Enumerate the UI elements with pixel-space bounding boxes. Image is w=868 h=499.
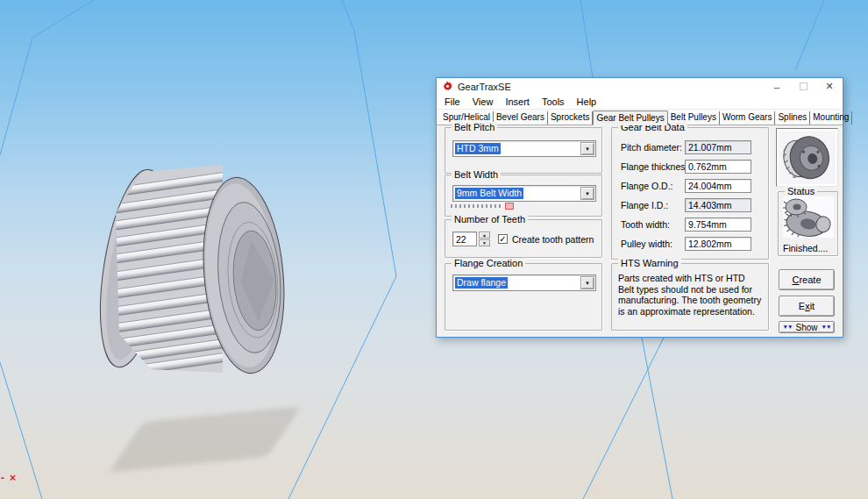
window-title: GearTraxSE bbox=[458, 82, 511, 92]
maximize-icon bbox=[800, 82, 808, 90]
maximize-button[interactable] bbox=[790, 78, 816, 95]
menubar: File View Insert Tools Help bbox=[437, 95, 843, 110]
pulley-width-row: Pulley width: 12.802mm bbox=[612, 237, 768, 252]
titlebar[interactable]: GearTraxSE – ✕ bbox=[437, 78, 843, 95]
belt-width-overflow-artifact bbox=[451, 204, 503, 208]
geartrax-logo-icon bbox=[442, 81, 453, 92]
tooth-width-row: Tooth width: 9.754mm bbox=[612, 217, 768, 232]
pulley-3d-model[interactable] bbox=[89, 160, 300, 380]
geartrax-window: GearTraxSE – ✕ File View Insert Tools He… bbox=[436, 77, 843, 338]
hts-warning-group: HTS Warning Parts created with HTS or HT… bbox=[611, 263, 769, 331]
flange-thickness-value[interactable]: 0.762mm bbox=[685, 160, 751, 174]
create-button[interactable]: Create bbox=[779, 269, 835, 290]
teeth-count-input[interactable] bbox=[452, 232, 477, 246]
tab-worm-gears[interactable]: Worm Gears bbox=[720, 111, 776, 125]
menu-insert[interactable]: Insert bbox=[499, 95, 536, 109]
flange-thickness-row: Flange thickness: 0.762mm bbox=[612, 160, 768, 175]
menu-tools[interactable]: Tools bbox=[536, 95, 571, 109]
belt-pitch-combobox[interactable]: HTD 3mm ▼ bbox=[452, 140, 596, 157]
tab-splines[interactable]: Splines bbox=[775, 111, 810, 125]
flange-creation-group: Flange Creation Draw flange ▼ bbox=[445, 263, 602, 331]
belt-pitch-label: Belt Pitch bbox=[452, 122, 497, 132]
hts-warning-text: Parts created with HTS or HTD Belt types… bbox=[618, 273, 763, 317]
show-right-arrows-icon: ▼▼ bbox=[822, 324, 831, 330]
belt-width-group: Belt Width 9mm Belt Width ▼ bbox=[445, 175, 602, 217]
pulley-preview-box bbox=[776, 128, 838, 187]
tab-sprockets[interactable]: Sprockets bbox=[548, 111, 593, 125]
pulley-width-label: Pulley width: bbox=[621, 239, 672, 249]
close-button[interactable]: ✕ bbox=[816, 78, 843, 95]
belt-width-combobox[interactable]: 9mm Belt Width ▼ bbox=[452, 185, 596, 202]
gear-belt-data-group: Gear Belt Data Pitch diameter: 21.007mm … bbox=[611, 127, 769, 260]
window-controls: – ✕ bbox=[764, 78, 843, 95]
flange-od-row: Flange O.D.: 24.004mm bbox=[612, 179, 768, 194]
menu-help[interactable]: Help bbox=[571, 95, 603, 109]
tab-gear-belt-pulleys[interactable]: Gear Belt Pulleys bbox=[593, 110, 667, 125]
flange-creation-combobox[interactable]: Draw flange ▼ bbox=[452, 274, 596, 291]
hts-warning-label: HTS Warning bbox=[618, 258, 681, 268]
pulley-preview-image bbox=[779, 131, 836, 184]
flange-id-value: 14.403mm bbox=[685, 198, 751, 212]
minimize-button[interactable]: – bbox=[764, 78, 790, 95]
flange-creation-dropdown-icon[interactable]: ▼ bbox=[580, 276, 594, 289]
flange-od-value[interactable]: 24.004mm bbox=[685, 179, 751, 193]
pitch-diameter-label: Pitch diameter: bbox=[621, 142, 682, 153]
pulley-width-value[interactable]: 12.802mm bbox=[685, 237, 751, 251]
exit-button[interactable]: Exit bbox=[779, 296, 835, 317]
create-tooth-pattern-label: Create tooth pattern bbox=[512, 234, 594, 245]
flange-creation-selected-value: Draw flange bbox=[455, 277, 508, 289]
pitch-diameter-value: 21.007mm bbox=[685, 140, 751, 154]
belt-width-selected-value: 9mm Belt Width bbox=[455, 188, 523, 199]
teeth-count-stepper: ▲ ▼ bbox=[479, 232, 490, 246]
tab-bevel-gears[interactable]: Bevel Gears bbox=[494, 111, 548, 125]
checkmark-icon: ✓ bbox=[499, 234, 506, 244]
flange-creation-label: Flange Creation bbox=[452, 258, 525, 268]
flange-od-label: Flange O.D.: bbox=[621, 181, 673, 191]
create-tooth-pattern-checkbox[interactable]: ✓ bbox=[498, 234, 508, 244]
pitch-diameter-row: Pitch diameter: 21.007mm bbox=[612, 140, 768, 155]
spin-down-icon[interactable]: ▼ bbox=[479, 239, 490, 246]
status-gears-image bbox=[783, 196, 834, 238]
axis-dash: - bbox=[1, 472, 10, 484]
belt-pitch-selected-value: HTD 3mm bbox=[455, 143, 501, 154]
flange-id-row: Flange I.D.: 14.403mm bbox=[612, 198, 768, 213]
number-of-teeth-group: Number of Teeth ▲ ▼ ✓ Create tooth patte… bbox=[445, 219, 602, 258]
tab-mounting[interactable]: Mounting bbox=[810, 111, 852, 125]
menu-view[interactable]: View bbox=[466, 95, 500, 109]
axis-cross: × bbox=[10, 472, 21, 484]
flange-id-label: Flange I.D.: bbox=[621, 200, 668, 210]
axis-origin-marker: -× bbox=[1, 472, 21, 484]
show-button-label: Show bbox=[795, 323, 817, 332]
belt-pitch-group: Belt Pitch HTD 3mm ▼ bbox=[445, 127, 602, 174]
belt-width-dropdown-icon[interactable]: ▼ bbox=[580, 187, 594, 200]
status-group: Status bbox=[778, 191, 838, 256]
belt-pitch-dropdown-icon[interactable]: ▼ bbox=[580, 142, 594, 155]
belt-width-artifact-box bbox=[505, 203, 514, 210]
spin-up-icon[interactable]: ▲ bbox=[479, 232, 490, 239]
number-of-teeth-label: Number of Teeth bbox=[452, 214, 528, 225]
tooth-width-label: Tooth width: bbox=[621, 219, 670, 230]
tooth-width-value[interactable]: 9.754mm bbox=[685, 217, 751, 232]
show-left-arrows-icon: ▼▼ bbox=[783, 324, 793, 330]
show-button[interactable]: ▼▼ Show ▼▼ bbox=[779, 321, 835, 333]
flange-thickness-label: Flange thickness: bbox=[621, 161, 693, 172]
menu-file[interactable]: File bbox=[438, 95, 466, 109]
dialog-client-area: Belt Pitch HTD 3mm ▼ Belt Width 9mm Belt… bbox=[437, 125, 843, 337]
status-text: Finished.... bbox=[783, 243, 828, 253]
status-label: Status bbox=[785, 186, 817, 196]
belt-width-label: Belt Width bbox=[452, 169, 501, 180]
